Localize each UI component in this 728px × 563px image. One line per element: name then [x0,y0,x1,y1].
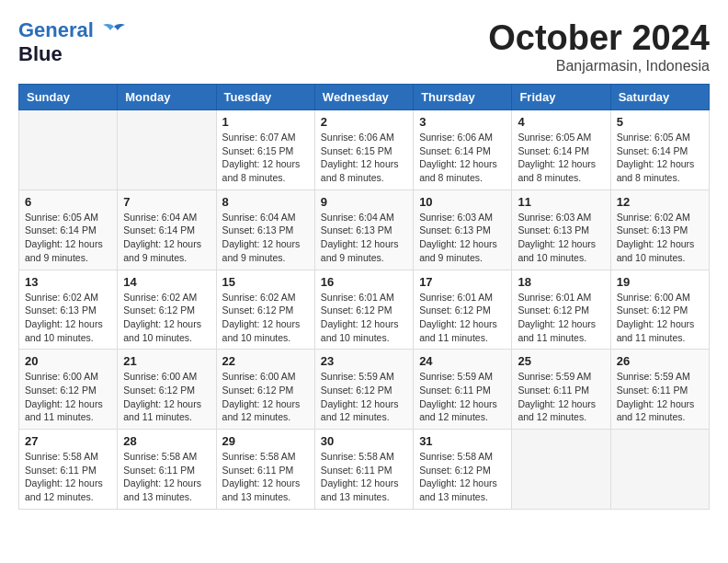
day-info: Sunrise: 6:03 AM Sunset: 6:13 PM Dayligh… [419,211,506,265]
table-row: 4Sunrise: 6:05 AM Sunset: 6:14 PM Daylig… [512,110,610,190]
logo: General Blue [18,18,127,66]
day-info: Sunrise: 5:58 AM Sunset: 6:11 PM Dayligh… [321,450,407,504]
day-number: 23 [321,354,407,368]
calendar: Sunday Monday Tuesday Wednesday Thursday… [18,84,710,510]
table-row: 6Sunrise: 6:05 AM Sunset: 6:14 PM Daylig… [19,190,118,270]
day-number: 4 [518,115,604,129]
table-row: 8Sunrise: 6:04 AM Sunset: 6:13 PM Daylig… [216,190,314,270]
table-row: 5Sunrise: 6:05 AM Sunset: 6:14 PM Daylig… [610,110,709,190]
day-info: Sunrise: 6:00 AM Sunset: 6:12 PM Dayligh… [25,370,111,424]
day-info: Sunrise: 5:58 AM Sunset: 6:11 PM Dayligh… [123,450,210,504]
table-row [610,430,709,510]
location-title: Banjarmasin, Indonesia [488,58,710,75]
day-info: Sunrise: 5:59 AM Sunset: 6:11 PM Dayligh… [518,370,604,424]
day-info: Sunrise: 6:04 AM Sunset: 6:13 PM Dayligh… [222,211,309,265]
day-info: Sunrise: 6:07 AM Sunset: 6:15 PM Dayligh… [222,131,309,185]
col-thursday: Thursday [414,85,512,110]
logo-text: General [18,18,127,42]
day-info: Sunrise: 6:06 AM Sunset: 6:15 PM Dayligh… [321,131,407,185]
day-number: 24 [419,354,506,368]
table-row [19,110,118,190]
calendar-week-row: 13Sunrise: 6:02 AM Sunset: 6:13 PM Dayli… [19,270,710,350]
table-row: 31Sunrise: 5:58 AM Sunset: 6:12 PM Dayli… [414,430,512,510]
day-number: 29 [222,434,309,448]
day-info: Sunrise: 6:01 AM Sunset: 6:12 PM Dayligh… [419,291,506,345]
col-monday: Monday [118,85,216,110]
day-number: 26 [617,354,703,368]
table-row: 15Sunrise: 6:02 AM Sunset: 6:12 PM Dayli… [216,270,314,350]
day-number: 17 [419,275,506,289]
day-number: 12 [617,195,703,209]
day-number: 20 [25,354,111,368]
calendar-week-row: 6Sunrise: 6:05 AM Sunset: 6:14 PM Daylig… [19,190,710,270]
day-info: Sunrise: 6:05 AM Sunset: 6:14 PM Dayligh… [25,211,111,265]
calendar-header-row: Sunday Monday Tuesday Wednesday Thursday… [19,85,710,110]
day-info: Sunrise: 6:04 AM Sunset: 6:14 PM Dayligh… [123,211,210,265]
day-number: 27 [25,434,111,448]
table-row: 28Sunrise: 5:58 AM Sunset: 6:11 PM Dayli… [118,430,216,510]
day-number: 30 [321,434,407,448]
day-number: 7 [123,195,210,209]
table-row: 10Sunrise: 6:03 AM Sunset: 6:13 PM Dayli… [414,190,512,270]
col-friday: Friday [512,85,610,110]
logo-bird-icon [101,23,127,40]
day-number: 3 [419,115,506,129]
day-info: Sunrise: 6:00 AM Sunset: 6:12 PM Dayligh… [123,370,210,424]
day-number: 2 [321,115,407,129]
calendar-week-row: 1Sunrise: 6:07 AM Sunset: 6:15 PM Daylig… [19,110,710,190]
day-info: Sunrise: 6:01 AM Sunset: 6:12 PM Dayligh… [321,291,407,345]
day-number: 25 [518,354,604,368]
table-row: 7Sunrise: 6:04 AM Sunset: 6:14 PM Daylig… [118,190,216,270]
day-number: 5 [617,115,703,129]
table-row: 17Sunrise: 6:01 AM Sunset: 6:12 PM Dayli… [414,270,512,350]
table-row: 25Sunrise: 5:59 AM Sunset: 6:11 PM Dayli… [512,350,610,430]
page-header: General Blue October 2024 Banjarmasin, I… [18,18,710,75]
table-row: 27Sunrise: 5:58 AM Sunset: 6:11 PM Dayli… [19,430,118,510]
day-number: 18 [518,275,604,289]
table-row: 24Sunrise: 5:59 AM Sunset: 6:11 PM Dayli… [414,350,512,430]
day-number: 22 [222,354,309,368]
table-row: 12Sunrise: 6:02 AM Sunset: 6:13 PM Dayli… [610,190,709,270]
title-area: October 2024 Banjarmasin, Indonesia [488,18,710,75]
table-row: 14Sunrise: 6:02 AM Sunset: 6:12 PM Dayli… [118,270,216,350]
day-info: Sunrise: 6:05 AM Sunset: 6:14 PM Dayligh… [617,131,703,185]
day-info: Sunrise: 5:58 AM Sunset: 6:11 PM Dayligh… [222,450,309,504]
day-number: 14 [123,275,210,289]
table-row [118,110,216,190]
table-row: 30Sunrise: 5:58 AM Sunset: 6:11 PM Dayli… [314,430,413,510]
calendar-week-row: 20Sunrise: 6:00 AM Sunset: 6:12 PM Dayli… [19,350,710,430]
day-number: 11 [518,195,604,209]
table-row: 9Sunrise: 6:04 AM Sunset: 6:13 PM Daylig… [314,190,413,270]
month-title: October 2024 [488,18,710,58]
day-info: Sunrise: 5:58 AM Sunset: 6:12 PM Dayligh… [419,450,506,504]
day-info: Sunrise: 6:02 AM Sunset: 6:12 PM Dayligh… [123,291,210,345]
day-info: Sunrise: 6:01 AM Sunset: 6:12 PM Dayligh… [518,291,604,345]
table-row: 21Sunrise: 6:00 AM Sunset: 6:12 PM Dayli… [118,350,216,430]
day-info: Sunrise: 6:05 AM Sunset: 6:14 PM Dayligh… [518,131,604,185]
col-wednesday: Wednesday [314,85,413,110]
table-row: 23Sunrise: 5:59 AM Sunset: 6:12 PM Dayli… [314,350,413,430]
day-info: Sunrise: 5:58 AM Sunset: 6:11 PM Dayligh… [25,450,111,504]
day-number: 8 [222,195,309,209]
table-row: 22Sunrise: 6:00 AM Sunset: 6:12 PM Dayli… [216,350,314,430]
day-info: Sunrise: 5:59 AM Sunset: 6:12 PM Dayligh… [321,370,407,424]
col-saturday: Saturday [610,85,709,110]
day-info: Sunrise: 6:00 AM Sunset: 6:12 PM Dayligh… [222,370,309,424]
day-number: 6 [25,195,111,209]
day-info: Sunrise: 5:59 AM Sunset: 6:11 PM Dayligh… [617,370,703,424]
table-row: 13Sunrise: 6:02 AM Sunset: 6:13 PM Dayli… [19,270,118,350]
day-info: Sunrise: 5:59 AM Sunset: 6:11 PM Dayligh… [419,370,506,424]
day-info: Sunrise: 6:04 AM Sunset: 6:13 PM Dayligh… [321,211,407,265]
day-number: 13 [25,275,111,289]
col-tuesday: Tuesday [216,85,314,110]
day-info: Sunrise: 6:02 AM Sunset: 6:12 PM Dayligh… [222,291,309,345]
day-number: 15 [222,275,309,289]
table-row: 20Sunrise: 6:00 AM Sunset: 6:12 PM Dayli… [19,350,118,430]
table-row: 16Sunrise: 6:01 AM Sunset: 6:12 PM Dayli… [314,270,413,350]
table-row: 11Sunrise: 6:03 AM Sunset: 6:13 PM Dayli… [512,190,610,270]
day-number: 28 [123,434,210,448]
day-info: Sunrise: 6:02 AM Sunset: 6:13 PM Dayligh… [25,291,111,345]
day-number: 16 [321,275,407,289]
day-info: Sunrise: 6:00 AM Sunset: 6:12 PM Dayligh… [617,291,703,345]
table-row: 29Sunrise: 5:58 AM Sunset: 6:11 PM Dayli… [216,430,314,510]
